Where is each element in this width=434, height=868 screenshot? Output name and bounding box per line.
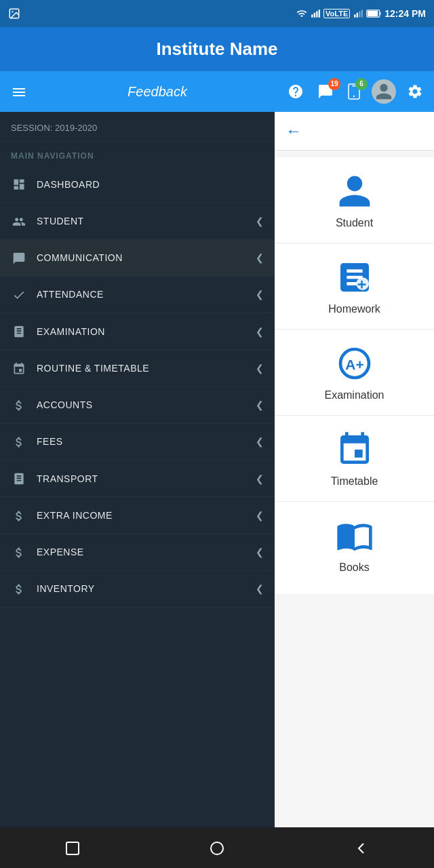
sidebar-item-inventory[interactable]: INVENTORY ❮ [0,571,275,608]
svg-point-20 [211,842,223,854]
sidebar-item-timetable[interactable]: ROUTINE & TIMETABLE ❮ [0,350,275,387]
messages-button[interactable]: 19 [315,81,336,103]
app-title: Institute Name [156,39,277,60]
svg-rect-3 [314,13,315,18]
chevron-icon: ❮ [256,289,264,300]
chevron-icon: ❮ [256,547,264,557]
svg-rect-8 [359,12,360,18]
menu-button[interactable] [8,80,30,103]
sidebar-item-label: EXPENSE [37,547,246,557]
fees-icon [11,435,27,449]
student-icon [11,214,27,228]
battery-icon [366,9,381,18]
sidebar-item-label: ACCOUNTS [37,399,246,410]
settings-button[interactable] [404,81,426,103]
panel-items: Student Homework A+ [275,151,434,601]
svg-rect-7 [357,13,358,18]
chevron-icon: ❮ [256,583,264,594]
toolbar-title: Feedback [38,84,277,100]
help-button[interactable] [285,81,307,103]
nav-back-button[interactable] [340,833,383,862]
panel-homework-icon [334,257,375,298]
panel-timetable-icon [334,429,375,470]
panel-student-icon [334,171,375,212]
chevron-icon: ❮ [256,510,264,521]
sidebar-item-dashboard[interactable]: DASHBOARD [0,166,275,203]
svg-text:A+: A+ [345,357,363,372]
sidebar-item-accounts[interactable]: ACCOUNTS ❮ [0,387,275,424]
sidebar-item-label: FEES [37,436,246,447]
panel-item-label: Student [336,217,373,229]
chevron-icon: ❮ [256,436,264,447]
extra-income-icon [11,508,27,522]
panel-item-student[interactable]: Student [275,157,434,243]
chevron-icon: ❮ [256,326,264,337]
svg-rect-9 [361,9,363,18]
right-panel-header: ← [275,112,434,151]
nav-section-label: MAIN NAVIGATION [0,142,275,166]
examination-icon [11,324,27,338]
sidebar-item-label: INVENTORY [37,583,246,594]
signal-icon [311,8,320,19]
chevron-icon: ❮ [256,252,264,263]
sidebar: SESSION: 2019-2020 MAIN NAVIGATION DASHB… [0,112,275,827]
main-content: SESSION: 2019-2020 MAIN NAVIGATION DASHB… [0,112,434,827]
svg-rect-6 [354,14,355,18]
svg-rect-12 [368,11,378,16]
nav-square-button[interactable] [51,833,94,862]
mobile-button[interactable]: 6 [344,81,363,103]
sidebar-item-label: DASHBOARD [37,179,264,190]
clock: 12:24 PM [384,8,426,19]
panel-item-timetable[interactable]: Timetable [275,416,434,502]
sidebar-item-extra-income[interactable]: EXTRA INCOME ❮ [0,497,275,534]
sidebar-item-label: ATTENDANCE [37,289,246,300]
sidebar-item-label: ROUTINE & TIMETABLE [37,363,246,374]
panel-item-examination[interactable]: A+ Examination [275,330,434,416]
alerts-badge: 6 [355,78,368,90]
status-left-icons [8,7,20,20]
sidebar-item-fees[interactable]: FEES ❮ [0,424,275,460]
sidebar-item-expense[interactable]: EXPENSE ❮ [0,534,275,571]
sidebar-item-student[interactable]: STUDENT ❮ [0,203,275,239]
sidebar-item-label: STUDENT [37,216,246,226]
sidebar-item-label: EXTRA INCOME [37,510,246,521]
sidebar-item-label: EXAMINATION [37,326,246,337]
panel-item-label: Books [339,561,369,574]
messages-badge: 19 [328,78,340,90]
sidebar-item-label: COMMUNICATION [37,252,246,263]
svg-rect-4 [316,12,317,18]
attendance-icon [11,288,27,302]
volte-indicator: VoLTE [323,9,350,18]
signal2-icon [353,8,363,19]
back-button[interactable]: ← [285,121,302,140]
photo-icon [8,7,20,20]
expense-icon [11,545,27,559]
user-avatar[interactable] [372,79,396,104]
sidebar-item-label: TRANSPORT [37,473,246,484]
chevron-icon: ❮ [256,363,264,374]
timetable-icon [11,361,27,375]
sidebar-item-attendance[interactable]: ATTENDANCE ❮ [0,277,275,313]
svg-rect-2 [311,14,313,18]
sidebar-item-examination[interactable]: EXAMINATION ❮ [0,313,275,350]
svg-point-1 [12,11,13,12]
bottom-navigation [0,827,434,868]
accounts-icon [11,398,27,412]
wifi-icon [296,8,307,19]
communication-icon [11,251,27,265]
sidebar-item-transport[interactable]: TRANSPORT ❮ [0,460,275,497]
chevron-icon: ❮ [256,216,264,226]
panel-item-books[interactable]: Books [275,502,434,594]
panel-item-homework[interactable]: Homework [275,243,434,330]
panel-item-label: Homework [328,303,380,315]
nav-home-button[interactable] [195,833,239,862]
svg-point-14 [353,96,355,97]
svg-rect-11 [380,12,380,15]
dashboard-icon [11,177,27,191]
panel-examination-icon: A+ [334,343,375,384]
panel-item-label: Timetable [331,475,378,488]
toolbar: Feedback 19 6 [0,71,434,112]
inventory-icon [11,582,27,596]
sidebar-item-communication[interactable]: COMMUNICATION ❮ [0,240,275,277]
right-panel: ← Student Homework [275,112,434,827]
